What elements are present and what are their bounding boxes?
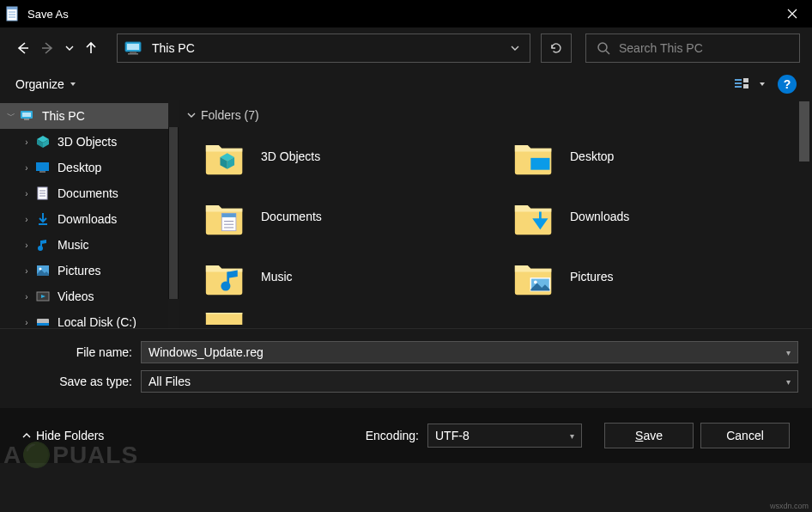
sidebar-item-music[interactable]: › Music (0, 232, 168, 258)
folder-item-label: Desktop (570, 149, 614, 163)
filename-input[interactable]: Windows_Update.reg ▾ (141, 341, 798, 363)
group-header-folders[interactable]: Folders (7) (185, 105, 790, 125)
filename-value: Windows_Update.reg (148, 345, 786, 359)
sidebar-item-this-pc[interactable]: ﹀ This PC (0, 103, 168, 129)
sidebar-item-label: Local Disk (C:) (58, 315, 136, 328)
forward-button[interactable] (38, 35, 58, 61)
chevron-down-icon[interactable]: ▾ (570, 431, 574, 441)
downloads-icon (35, 212, 51, 226)
filetype-select[interactable]: All Files ▾ (141, 370, 798, 393)
chevron-down-icon[interactable]: ▾ (786, 348, 791, 357)
folder-item-downloads[interactable]: Downloads (512, 192, 786, 241)
sidebar-item-label: Music (58, 238, 89, 252)
svg-rect-11 (735, 79, 742, 81)
search-input[interactable] (619, 41, 789, 55)
sidebar-item-3d-objects[interactable]: › 3D Objects (0, 129, 168, 155)
folder-item-3d-objects[interactable]: 3D Objects (203, 132, 477, 180)
folder-item-partial[interactable] (203, 313, 477, 325)
svg-rect-19 (36, 162, 49, 171)
hide-folders-button[interactable]: Hide Folders (22, 429, 104, 442)
chevron-right-icon[interactable]: › (21, 266, 32, 276)
filetype-label: Save as type: (14, 375, 141, 388)
view-options-button[interactable] (735, 76, 766, 92)
address-path: This PC (152, 41, 500, 55)
sidebar-item-label: Downloads (58, 212, 117, 226)
svg-point-40 (534, 281, 537, 284)
music-folder-icon (203, 256, 247, 297)
folder-icon (203, 313, 247, 325)
folder-view: Folders (7) 3D Objects (179, 100, 797, 328)
chevron-up-icon (22, 431, 31, 440)
svg-point-9 (598, 43, 607, 52)
sidebar-item-local-disk-c[interactable]: › Local Disk (C:) (0, 309, 168, 328)
chevron-down-icon (187, 111, 196, 119)
svg-point-26 (38, 246, 43, 251)
close-button[interactable] (773, 0, 812, 27)
chevron-down-icon (511, 44, 519, 52)
folder-item-label: Pictures (570, 270, 614, 283)
this-pc-icon (124, 41, 143, 55)
sidebar-item-label: Videos (58, 290, 94, 303)
svg-rect-13 (735, 86, 742, 88)
refresh-button[interactable] (541, 34, 572, 63)
chevron-down-icon (759, 81, 766, 88)
svg-rect-14 (743, 78, 748, 82)
save-form: File name: Windows_Update.reg ▾ Save as … (0, 328, 812, 408)
up-button[interactable] (81, 35, 101, 61)
recent-locations-button[interactable] (64, 35, 76, 61)
search-box[interactable] (585, 34, 800, 63)
folder-item-label: Documents (261, 210, 322, 223)
window-title: Save As (27, 8, 69, 21)
encoding-value: UTF-8 (435, 429, 570, 442)
back-button[interactable] (12, 35, 33, 61)
dialog-footer: Hide Folders Encoding: UTF-8 ▾ Save Canc… (0, 408, 812, 463)
sidebar-item-label: Documents (58, 186, 118, 200)
organize-menu[interactable]: Organize (15, 77, 76, 91)
sidebar-item-downloads[interactable]: › Downloads (0, 206, 168, 232)
chevron-right-icon[interactable]: › (21, 241, 32, 250)
vertical-scrollbar[interactable] (797, 100, 812, 328)
sidebar-item-label: Desktop (58, 161, 101, 174)
svg-rect-32 (530, 158, 549, 170)
scrollbar-thumb[interactable] (799, 101, 809, 162)
chevron-right-icon[interactable]: › (21, 318, 32, 327)
pictures-icon (35, 264, 51, 277)
sidebar-item-label: This PC (42, 109, 85, 123)
address-bar[interactable]: This PC (117, 34, 530, 63)
chevron-right-icon[interactable]: › (21, 137, 32, 147)
folder-item-pictures[interactable]: Pictures (512, 253, 786, 301)
save-button[interactable]: Save (604, 423, 694, 448)
command-bar: Organize ? (0, 69, 812, 100)
splitter-handle[interactable] (168, 127, 179, 299)
sidebar-item-pictures[interactable]: › Pictures (0, 258, 168, 283)
folder-item-label: Music (261, 270, 293, 283)
encoding-select[interactable]: UTF-8 ▾ (427, 424, 582, 448)
nav-bar: This PC (0, 27, 812, 69)
sidebar-item-videos[interactable]: › Videos (0, 283, 168, 309)
search-icon (597, 41, 610, 55)
chevron-right-icon[interactable]: › (21, 292, 32, 302)
chevron-down-icon[interactable]: ▾ (786, 377, 791, 387)
view-options-icon (735, 76, 755, 92)
folder-item-desktop[interactable]: Desktop (512, 132, 786, 180)
credit-text: wsxdn.com (770, 502, 809, 510)
chevron-down-icon (70, 81, 76, 88)
sidebar-item-documents[interactable]: › Documents (0, 180, 168, 206)
cancel-button[interactable]: Cancel (700, 423, 790, 448)
folder-item-label: 3D Objects (261, 149, 320, 163)
folder-item-music[interactable]: Music (203, 253, 477, 301)
music-icon (35, 238, 51, 252)
svg-rect-8 (128, 53, 138, 55)
help-button[interactable]: ? (778, 75, 797, 94)
forward-arrow-icon (40, 40, 56, 56)
chevron-right-icon[interactable]: › (21, 189, 32, 198)
folder-item-label: Downloads (570, 210, 629, 223)
3d-objects-icon (35, 135, 51, 149)
chevron-right-icon[interactable]: › (21, 215, 32, 224)
chevron-right-icon[interactable]: › (21, 163, 32, 173)
folder-item-documents[interactable]: Documents (203, 192, 477, 241)
sidebar-item-desktop[interactable]: › Desktop (0, 155, 168, 180)
address-dropdown-button[interactable] (500, 34, 530, 62)
documents-icon (35, 186, 51, 200)
expand-icon[interactable]: ﹀ (6, 110, 16, 122)
